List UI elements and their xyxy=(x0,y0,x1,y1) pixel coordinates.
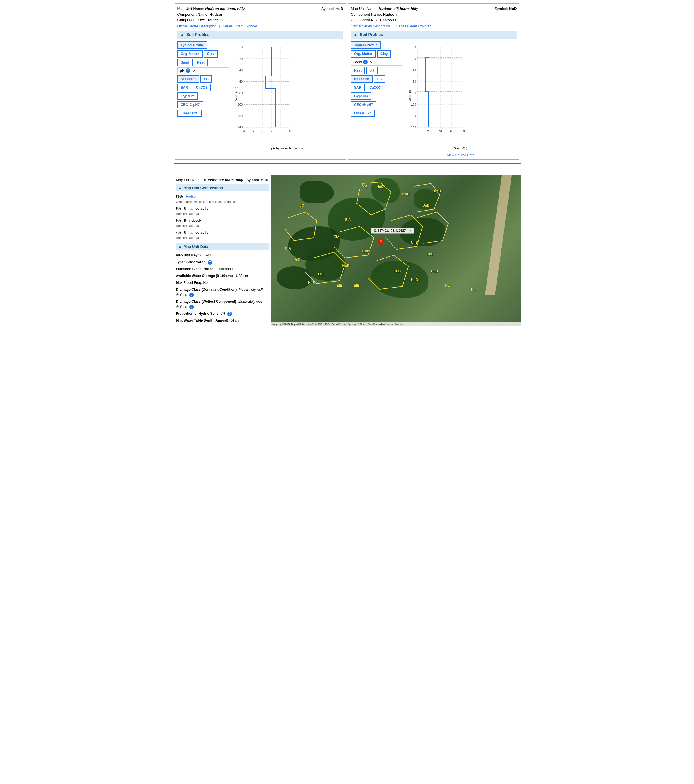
left-map-unit-name: Hudson silt loam, hilly xyxy=(205,7,245,11)
svg-text:40: 40 xyxy=(439,130,442,133)
right-typical-profile-btn[interactable]: Typical Profile xyxy=(351,41,381,49)
comp1-row: 85% - Hudson Geomorphic Position: lake p… xyxy=(176,193,269,205)
drainage-wet-help-icon[interactable]: ? xyxy=(189,305,194,309)
left-see-link[interactable]: Series Extent Explorer xyxy=(223,24,257,28)
svg-text:0: 0 xyxy=(241,46,243,49)
right-caco3-btn[interactable]: CaCO3 xyxy=(366,84,384,91)
bottom-map-unit-name: Hudson silt loam, hilly xyxy=(204,178,243,182)
map-unit-key-label: Map Unit Key: xyxy=(176,253,199,257)
left-ksat-btn[interactable]: Ksat xyxy=(194,59,208,66)
right-see-link[interactable]: Series Extent Explorer xyxy=(396,24,431,28)
left-ph-row: pH ? > xyxy=(178,67,229,74)
right-ec-btn[interactable]: EC xyxy=(374,75,386,83)
map-label-uc: uC xyxy=(299,203,304,208)
max-flood-row: Max Flood Freq: None xyxy=(176,279,269,286)
aws-row: Available Water Storage (0-100cm): 16.33… xyxy=(176,272,269,279)
map-label-unb1: UnB xyxy=(423,203,430,208)
right-linear-ext-btn[interactable]: Linear Ext. xyxy=(351,110,375,117)
right-ki-factor-btn[interactable]: Kf Factor xyxy=(351,75,373,83)
svg-text:7: 7 xyxy=(271,130,272,133)
right-btn-row-2: Org. Matter Clay xyxy=(351,50,402,58)
max-flood-value: None xyxy=(203,281,212,285)
drainage-wet-row: Drainage Class (Wettest Component): Mode… xyxy=(176,298,269,310)
svg-text:140: 140 xyxy=(411,126,416,129)
comp2-geo: Horizon data n/a xyxy=(176,212,199,216)
left-caco3-btn[interactable]: CaCO3 xyxy=(192,84,211,91)
left-symbol: HuD xyxy=(335,7,343,11)
right-ksat-btn[interactable]: Ksat xyxy=(351,67,365,74)
svg-text:60: 60 xyxy=(450,130,454,133)
left-org-matter-btn[interactable]: Org. Matter xyxy=(178,50,202,58)
right-comp-name-label: Component Name: xyxy=(351,12,382,16)
right-sar-btn[interactable]: SAR xyxy=(351,84,365,91)
right-symbol-label: Symbol: xyxy=(495,7,508,11)
top-section: Map Unit Name: Hudson silt loam, hilly S… xyxy=(174,0,521,164)
right-cec-btn[interactable]: CEC @ pH7 xyxy=(351,101,377,109)
svg-text:9: 9 xyxy=(289,130,291,133)
type-help-icon[interactable]: ? xyxy=(208,260,212,265)
horizontal-divider xyxy=(174,168,521,169)
comp2-name: Unnamed soils xyxy=(184,207,208,211)
left-linear-ext-btn[interactable]: Linear Ext. xyxy=(178,110,202,117)
left-comp-name-label: Component Name: xyxy=(178,12,209,16)
right-view-source-link[interactable]: View Source Data xyxy=(447,153,474,157)
right-gypsum-btn[interactable]: Gypsum xyxy=(351,92,371,100)
right-map-unit-label: Map Unit Name: xyxy=(351,7,378,11)
map-unit-data-label: Map Unit Data xyxy=(183,244,208,249)
min-water-row: Min. Water Table Depth (Annual): 64 cm xyxy=(176,317,269,324)
left-ec-btn[interactable]: EC xyxy=(200,75,212,83)
right-btn-row-5: Kf Factor EC xyxy=(351,75,402,83)
left-typical-profile-btn[interactable]: Typical Profile xyxy=(178,41,207,49)
svg-text:120: 120 xyxy=(411,114,416,118)
comp4-percent: 4% xyxy=(176,231,181,235)
right-chart-svg: Depth (cm) xyxy=(405,41,470,145)
left-ph-label: pH xyxy=(180,68,185,72)
left-clay-btn[interactable]: Clay xyxy=(204,50,218,58)
right-soil-profiles-label: Soil Profiles xyxy=(360,32,383,37)
left-ph-help-icon[interactable]: ? xyxy=(186,68,190,73)
right-org-matter-btn[interactable]: Org. Matter xyxy=(351,50,376,58)
comp3-geo: Horizon data n/a xyxy=(176,224,199,227)
min-water-value: 64 cm xyxy=(230,318,240,323)
map-label-hud4: HuD xyxy=(342,264,350,267)
left-ki-factor-btn[interactable]: Kf Factor xyxy=(178,75,199,83)
map-popup-close-icon[interactable]: ✕ xyxy=(409,229,412,232)
drainage-dom-help-icon[interactable]: ? xyxy=(189,293,194,297)
right-triangle-icon: ▲ xyxy=(354,32,358,37)
left-sand-btn[interactable]: Sand xyxy=(178,59,192,66)
map-popup: 42.647421; -73.819627 ✕ xyxy=(371,228,414,234)
right-btn-row-7: Gypsum xyxy=(351,92,402,100)
svg-text:20: 20 xyxy=(239,57,243,60)
right-comp-key-label: Component Key: xyxy=(351,18,378,22)
farmland-label: Farmland Class: xyxy=(176,267,202,271)
svg-text:60: 60 xyxy=(413,80,416,83)
right-sand-help-icon[interactable]: ? xyxy=(363,60,368,64)
map-label-ha1: Ha xyxy=(446,283,450,288)
comp3-name: Rhinebeck xyxy=(184,219,201,222)
map-outlines-svg xyxy=(271,175,521,326)
map-label-cia: CiA xyxy=(285,246,291,250)
right-card-links: Official Series Description | Series Ext… xyxy=(351,24,517,28)
left-soil-profiles-label: Soil Profiles xyxy=(186,32,209,37)
left-cec-btn[interactable]: CEC @ pH7 xyxy=(178,101,203,109)
left-profile-buttons: Typical Profile Org. Matter Clay Sand Ks… xyxy=(178,41,229,150)
left-sar-btn[interactable]: SAR xyxy=(178,84,191,91)
comp1-link[interactable]: Hudson xyxy=(186,194,197,199)
comp4-name: Unnamed soils xyxy=(184,231,208,235)
right-ph-btn[interactable]: pH xyxy=(366,67,378,74)
left-osd-link[interactable]: Official Series Description xyxy=(178,24,217,28)
right-btn-row-9: Linear Ext. xyxy=(351,110,402,117)
map-label-hue1: HuE xyxy=(294,258,301,262)
right-clay-btn[interactable]: Clay xyxy=(377,50,391,58)
map-label-hud5: HuD xyxy=(394,269,401,273)
map-unit-key-row: Map Unit Key: 288741 xyxy=(176,252,269,259)
right-osd-link[interactable]: Official Series Description xyxy=(351,24,390,28)
map-panel: HuD HuD UnB UnB Ug uC ElA ElA HuB UnB Hu… xyxy=(271,175,521,326)
left-gypsum-btn[interactable]: Gypsum xyxy=(178,92,198,100)
hydric-help-icon[interactable]: ? xyxy=(227,311,232,316)
map-label-ele1: ElE xyxy=(337,283,342,288)
right-profiles-inner: Typical Profile Org. Matter Clay Sand ? … xyxy=(351,41,517,157)
bottom-section: Map Unit Name: Hudson silt loam, hilly S… xyxy=(174,175,521,326)
map-unit-key-value: 288741 xyxy=(200,253,211,257)
svg-text:5: 5 xyxy=(252,130,254,133)
